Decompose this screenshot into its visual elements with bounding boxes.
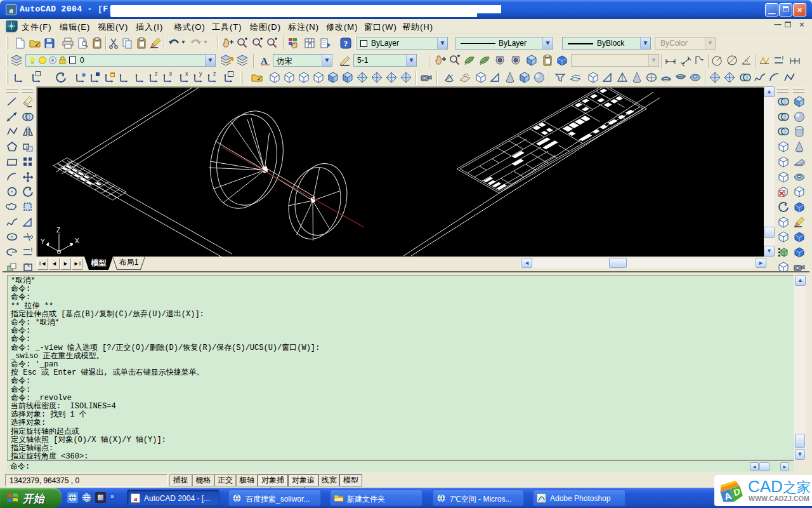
svg-text:Z: Z bbox=[56, 227, 60, 234]
svg-text:Y: Y bbox=[41, 238, 45, 245]
svg-text:X: X bbox=[75, 237, 79, 244]
